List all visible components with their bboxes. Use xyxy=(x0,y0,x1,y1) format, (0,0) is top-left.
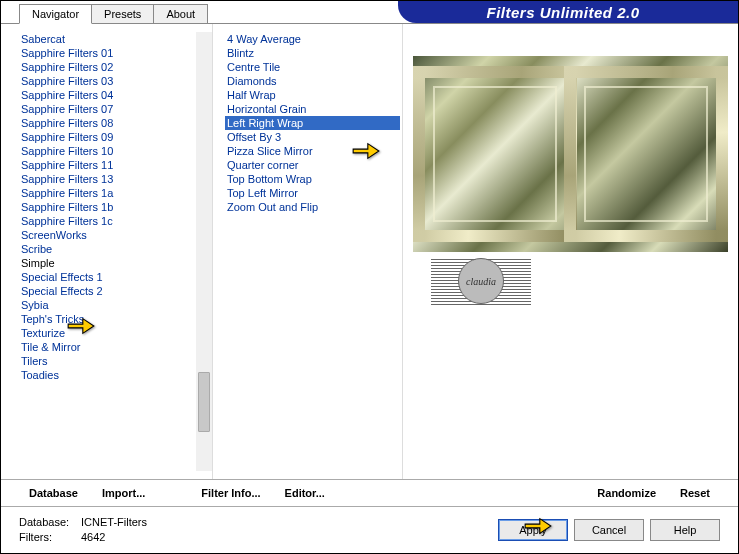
list-item[interactable]: Horizontal Grain xyxy=(225,102,400,116)
list-item[interactable]: Sapphire Filters 13 xyxy=(19,172,210,186)
list-item[interactable]: Sapphire Filters 09 xyxy=(19,130,210,144)
apply-button[interactable]: Apply xyxy=(498,519,568,541)
list-item[interactable]: Texturize xyxy=(19,326,210,340)
list-item[interactable]: Sapphire Filters 1a xyxy=(19,186,210,200)
list-item[interactable]: Pizza Slice Mirror xyxy=(225,144,400,158)
preview-column: Left Right Wrap xyxy=(403,24,738,479)
list-item[interactable]: Sapphire Filters 08 xyxy=(19,116,210,130)
db-label: Database: xyxy=(19,515,81,530)
list-item[interactable]: Offset By 3 xyxy=(225,130,400,144)
list-item[interactable]: Centre Tile xyxy=(225,60,400,74)
list-item[interactable]: Sapphire Filters 02 xyxy=(19,60,210,74)
list-item[interactable]: Top Left Mirror xyxy=(225,186,400,200)
list-item[interactable]: ScreenWorks xyxy=(19,228,210,242)
tab-about[interactable]: About xyxy=(153,4,208,23)
help-button[interactable]: Help xyxy=(650,519,720,541)
list-item[interactable]: Sapphire Filters 1c xyxy=(19,214,210,228)
toolbar: Database Import... Filter Info... Editor… xyxy=(1,479,738,507)
list-item[interactable]: Simple xyxy=(19,256,210,270)
preview-frame-left xyxy=(413,66,577,242)
list-item[interactable]: Tilers xyxy=(19,354,210,368)
filter-column: 4 Way AverageBlintzCentre TileDiamondsHa… xyxy=(213,24,403,479)
tab-bar: Navigator Presets About xyxy=(19,4,207,23)
category-list[interactable]: SabercatSapphire Filters 01Sapphire Filt… xyxy=(19,32,210,471)
button-row: Apply Cancel Help xyxy=(498,519,720,541)
list-item[interactable]: Sabercat xyxy=(19,32,210,46)
category-column: SabercatSapphire Filters 01Sapphire Filt… xyxy=(1,24,213,479)
scroll-thumb[interactable] xyxy=(198,372,210,432)
status-info: Database: ICNET-Filters Filters: 4642 xyxy=(19,515,147,545)
list-item[interactable]: Zoom Out and Flip xyxy=(225,200,400,214)
main-area: SabercatSapphire Filters 01Sapphire Filt… xyxy=(1,24,738,479)
list-item[interactable]: Tile & Mirror xyxy=(19,340,210,354)
bottom-bar: Database: ICNET-Filters Filters: 4642 Ap… xyxy=(1,507,738,553)
list-item[interactable]: Special Effects 1 xyxy=(19,270,210,284)
list-item[interactable]: Sapphire Filters 01 xyxy=(19,46,210,60)
header: Navigator Presets About Filters Unlimite… xyxy=(1,1,738,24)
tab-presets[interactable]: Presets xyxy=(91,4,154,23)
list-item[interactable]: Sybia xyxy=(19,298,210,312)
list-item[interactable]: Sapphire Filters 03 xyxy=(19,74,210,88)
reset-button[interactable]: Reset xyxy=(670,485,720,501)
list-item[interactable]: Sapphire Filters 07 xyxy=(19,102,210,116)
db-value: ICNET-Filters xyxy=(81,515,147,530)
database-button[interactable]: Database xyxy=(19,485,88,501)
list-item[interactable]: Sapphire Filters 10 xyxy=(19,144,210,158)
filters-value: 4642 xyxy=(81,530,105,545)
app-title: Filters Unlimited 2.0 xyxy=(398,1,738,23)
list-item[interactable]: Sapphire Filters 04 xyxy=(19,88,210,102)
editor-button[interactable]: Editor... xyxy=(275,485,335,501)
list-item[interactable]: Diamonds xyxy=(225,74,400,88)
watermark-badge: claudia xyxy=(431,257,531,305)
list-item[interactable]: Half Wrap xyxy=(225,88,400,102)
watermark-text: claudia xyxy=(458,258,504,304)
randomize-button[interactable]: Randomize xyxy=(587,485,666,501)
filters-label: Filters: xyxy=(19,530,81,545)
list-item[interactable]: Scribe xyxy=(19,242,210,256)
tab-navigator[interactable]: Navigator xyxy=(19,4,92,24)
scrollbar[interactable] xyxy=(196,32,212,471)
list-item[interactable]: 4 Way Average xyxy=(225,32,400,46)
filter-list[interactable]: 4 Way AverageBlintzCentre TileDiamondsHa… xyxy=(225,32,400,471)
list-item[interactable]: Sapphire Filters 11 xyxy=(19,158,210,172)
list-item[interactable]: Toadies xyxy=(19,368,210,382)
list-item[interactable]: Top Bottom Wrap xyxy=(225,172,400,186)
cancel-button[interactable]: Cancel xyxy=(574,519,644,541)
list-item[interactable]: Special Effects 2 xyxy=(19,284,210,298)
import-button[interactable]: Import... xyxy=(92,485,155,501)
preview-frame-right xyxy=(564,66,728,242)
list-item[interactable]: Quarter corner xyxy=(225,158,400,172)
filter-info-button[interactable]: Filter Info... xyxy=(191,485,270,501)
list-item[interactable]: Sapphire Filters 1b xyxy=(19,200,210,214)
list-item[interactable]: Left Right Wrap xyxy=(225,116,400,130)
preview-image xyxy=(413,56,728,252)
list-item[interactable]: Blintz xyxy=(225,46,400,60)
list-item[interactable]: Teph's Tricks xyxy=(19,312,210,326)
